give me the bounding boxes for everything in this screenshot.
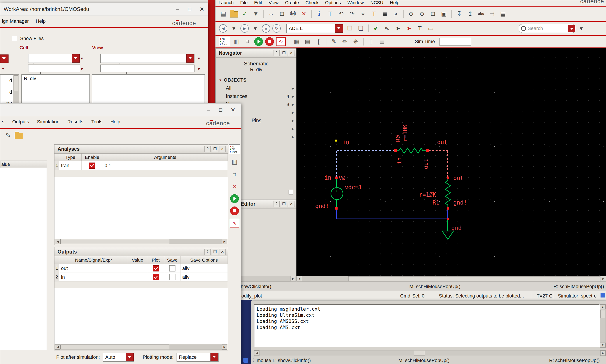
variables-list[interactable] (0, 168, 47, 350)
expand-arrow-icon[interactable]: ▶ (289, 127, 297, 131)
plot-after-combo[interactable]: Auto (103, 353, 134, 362)
r0-name-label[interactable]: RØ (395, 129, 401, 142)
section-collapse-icon[interactable]: ▼ (219, 78, 222, 82)
expand-arrow-icon[interactable]: ▶ (289, 94, 297, 98)
wire-net-out-horizontal[interactable] (429, 150, 448, 151)
help-icon[interactable]: ? (204, 249, 211, 255)
scroll-right-icon[interactable]: ▶ (600, 351, 606, 356)
scroll-right-icon[interactable]: ▶ (222, 344, 227, 350)
maximize-icon[interactable]: □ (215, 105, 227, 115)
scroll-left-icon[interactable]: ◀ (55, 344, 60, 350)
pin-square[interactable] (426, 149, 429, 152)
analysis-row[interactable]: 1tran0 1 (54, 161, 228, 170)
r0-pin-out-label[interactable]: out (423, 155, 429, 169)
close-icon[interactable]: ✕ (219, 249, 226, 255)
save-checkbox[interactable] (169, 265, 175, 272)
column-enable[interactable]: Enable (82, 154, 103, 161)
output-row[interactable]: 1outallv (54, 264, 228, 273)
hierarchy-icon[interactable]: ⌗ (243, 37, 252, 46)
outputs-body[interactable] (54, 288, 228, 344)
outputs-hscrollbar[interactable]: ◀ ▶ (55, 344, 227, 350)
back-icon[interactable]: ◀ (219, 24, 227, 33)
column-arguments[interactable]: Arguments (103, 154, 228, 161)
r1-name-label[interactable]: R1 (433, 199, 439, 206)
resistor-r1[interactable] (443, 178, 452, 209)
zoom-out-icon[interactable]: ⊖ (418, 9, 426, 18)
ac-dc-trans-icon[interactable]: ACDCTrans (229, 144, 240, 154)
cell-list-item[interactable]: R_div (22, 75, 90, 82)
menu-file[interactable]: File (240, 0, 248, 5)
cell-filter-combo[interactable] (28, 54, 80, 63)
region-icon[interactable]: ▭ (426, 24, 435, 33)
scroll-up-icon[interactable]: ▲ (600, 304, 606, 309)
wire-net-out-vertical[interactable] (447, 151, 448, 178)
column-type[interactable]: Type (59, 154, 82, 161)
expand-arrow-icon[interactable]: ▶ (289, 135, 297, 139)
pin-square[interactable] (447, 218, 449, 220)
ascend-icon[interactable]: ↥ (466, 9, 475, 18)
dropdown-icon[interactable] (72, 54, 80, 63)
list-icon[interactable]: ≣ (380, 9, 389, 18)
ade-mode-combo[interactable]: ADE L (286, 24, 343, 33)
minimize-icon[interactable]: – (171, 4, 183, 14)
help-icon[interactable]: ? (204, 146, 211, 152)
scroll-thumb[interactable] (13, 76, 18, 91)
sheet-icon[interactable]: ▤ (499, 9, 507, 18)
r0-pin-in-label[interactable]: in (396, 153, 402, 164)
workarea-titlebar[interactable]: WorkArea: /home/brinkn1/CMOSedu – □ ✕ (0, 3, 208, 16)
delete-icon[interactable]: ✕ (230, 182, 239, 191)
new-cellview-icon[interactable]: ▤ (219, 9, 228, 18)
descend-icon[interactable]: ↧ (455, 9, 464, 18)
scroll-left-icon[interactable]: ◀ (297, 276, 302, 281)
results-icon[interactable]: ▤ (303, 37, 312, 46)
close-icon[interactable]: ✕ (288, 50, 295, 56)
menu-simulation[interactable]: Simulation (37, 119, 60, 125)
gnd-label-left[interactable]: gnd! (315, 203, 329, 209)
text-icon[interactable]: T (370, 9, 378, 18)
resize-grip[interactable] (601, 293, 605, 298)
stretch-icon[interactable]: ↔ (267, 9, 275, 18)
library-list-item[interactable]: d (0, 75, 13, 86)
netlist-icon[interactable]: ▥ (230, 157, 239, 166)
v0-net-label[interactable]: in (324, 174, 331, 181)
plot-mode-combo[interactable]: Replace (177, 353, 219, 362)
close-icon[interactable]: ✕ (219, 146, 226, 152)
menu-tools[interactable]: Tools (91, 119, 102, 125)
menu-help[interactable]: Help (36, 18, 46, 24)
dock-icon[interactable] (289, 190, 293, 195)
pin-square[interactable] (394, 149, 397, 152)
scroll-thumb[interactable] (600, 310, 605, 318)
up-icon[interactable]: ▲ (262, 24, 270, 33)
navigator-item-all[interactable]: All▶ (216, 84, 297, 92)
wire-gnd-bottom[interactable] (336, 219, 448, 219)
pin-square[interactable] (335, 177, 337, 179)
doc-icon[interactable]: ▯ (367, 37, 375, 46)
out-label-mid[interactable]: out (453, 175, 464, 181)
pin-square[interactable] (447, 177, 449, 179)
zoom-to-point-icon[interactable]: ⌖ (359, 9, 367, 18)
scroll-thumb[interactable] (348, 276, 600, 281)
redo-icon[interactable]: ↷ (348, 9, 356, 18)
analyses-hscrollbar[interactable]: ◀ ▶ (55, 239, 227, 244)
stop-icon[interactable] (265, 37, 274, 46)
tabs-icon[interactable]: ❏ (356, 24, 365, 33)
float-icon[interactable]: ❐ (212, 249, 218, 255)
forward-icon[interactable]: ▶ (240, 24, 249, 33)
setup-plot-icon[interactable]: ✏ (340, 37, 349, 46)
column-value[interactable]: Value (128, 256, 147, 264)
outputs-header[interactable]: Outputs ? ❐ ✕ (54, 247, 228, 256)
dropdown-icon[interactable] (335, 24, 343, 33)
menu-help[interactable]: Help (390, 0, 399, 5)
dropdown-icon[interactable] (186, 54, 194, 63)
v0-name-label[interactable]: VØ (339, 175, 346, 181)
scroll-left-icon[interactable]: ◀ (254, 351, 259, 356)
expand-arrow-icon[interactable]: ▶ (289, 119, 297, 123)
run-icon[interactable] (254, 37, 263, 46)
net-label-out[interactable]: out (437, 139, 447, 145)
gnd-symbol[interactable] (441, 230, 454, 240)
stop-icon[interactable] (230, 207, 239, 215)
more-icon[interactable]: » (391, 9, 400, 18)
taskbar-icon[interactable] (243, 358, 248, 363)
expand-arrow-icon[interactable]: ▶ (289, 86, 297, 90)
menu-edit[interactable]: Edit (254, 0, 262, 5)
